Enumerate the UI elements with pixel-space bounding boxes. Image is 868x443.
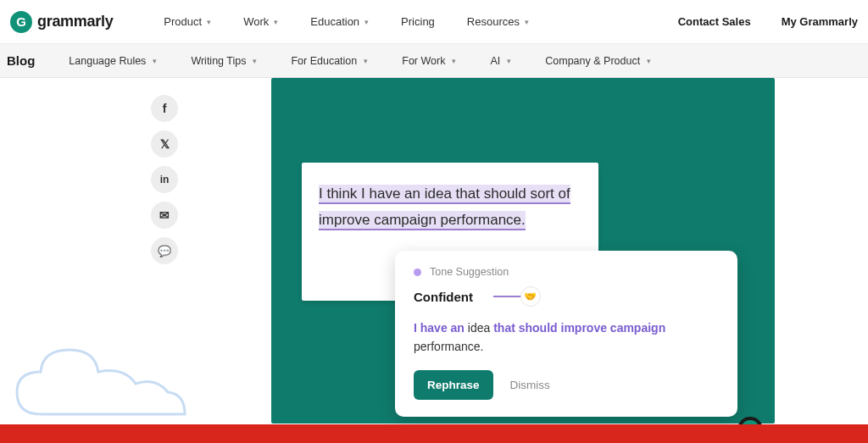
- subnav-for-education[interactable]: For Education▾: [291, 55, 368, 67]
- suggestion-actions: Rephrase Dismiss: [414, 370, 719, 400]
- nav-education[interactable]: Education▾: [310, 15, 369, 28]
- logo-text: grammarly: [37, 13, 113, 30]
- hero-card: I think I have an idea that should sort …: [271, 78, 775, 424]
- badge-line: [493, 296, 522, 297]
- subnav-ai[interactable]: AI▾: [490, 55, 511, 67]
- chevron-down-icon: ▾: [253, 57, 257, 65]
- suggestion-card: Tone Suggestion Confident 🤝 I have an id…: [395, 251, 737, 417]
- linkedin-icon[interactable]: in: [151, 166, 178, 193]
- subnav-company-product[interactable]: Company & Product▾: [545, 55, 651, 67]
- subnav-writing-tips[interactable]: Writing Tips▾: [191, 55, 257, 67]
- suggestion-title-row: Confident 🤝: [414, 286, 719, 307]
- cloud-illustration: [7, 329, 193, 431]
- subnav-for-work[interactable]: For Work▾: [402, 55, 456, 67]
- chevron-down-icon: ▾: [274, 18, 278, 26]
- suggestion-badge: 🤝: [493, 286, 541, 307]
- chevron-down-icon: ▾: [364, 57, 368, 65]
- x-icon[interactable]: 𝕏: [151, 130, 178, 158]
- nav-right: Contact Sales My Grammarly: [678, 15, 858, 28]
- chevron-down-icon: ▾: [647, 57, 651, 65]
- nav-pricing[interactable]: Pricing: [401, 15, 435, 28]
- subnav-language-rules[interactable]: Language Rules▾: [69, 55, 157, 67]
- footer-band: [0, 424, 868, 443]
- suggestion-title: Confident: [414, 290, 473, 304]
- contact-sales-link[interactable]: Contact Sales: [678, 15, 751, 28]
- handshake-icon: 🤝: [520, 286, 541, 307]
- nav-product[interactable]: Product▾: [164, 15, 211, 28]
- chevron-down-icon: ▾: [452, 57, 456, 65]
- tone-dot-icon: [414, 269, 421, 276]
- sub-nav: Blog Language Rules▾ Writing Tips▾ For E…: [0, 44, 868, 78]
- logo[interactable]: G grammarly: [10, 11, 113, 33]
- blog-heading: Blog: [7, 53, 35, 68]
- chevron-down-icon: ▾: [507, 57, 511, 65]
- chevron-down-icon: ▾: [153, 57, 157, 65]
- dismiss-button[interactable]: Dismiss: [510, 379, 550, 391]
- share-rail: f 𝕏 in ✉ 💬: [151, 95, 178, 264]
- facebook-icon[interactable]: f: [151, 95, 178, 122]
- nav-work[interactable]: Work▾: [243, 15, 278, 28]
- nav-resources[interactable]: Resources▾: [467, 15, 529, 28]
- rephrase-button[interactable]: Rephrase: [414, 370, 493, 400]
- chevron-down-icon: ▾: [525, 18, 529, 26]
- suggestion-type: Tone Suggestion: [414, 266, 719, 278]
- nav-items: Product▾ Work▾ Education▾ Pricing Resour…: [164, 15, 529, 28]
- chevron-down-icon: ▾: [207, 18, 211, 26]
- my-grammarly-link[interactable]: My Grammarly: [782, 15, 858, 28]
- main-content: f 𝕏 in ✉ 💬 I think I have an idea that s…: [0, 78, 868, 443]
- suggestion-rewrite: I have an idea that should improve campa…: [414, 318, 719, 357]
- logo-icon: G: [10, 11, 32, 33]
- snippet-text: I think I have an idea that should sort …: [319, 181, 581, 233]
- chevron-down-icon: ▾: [364, 18, 369, 26]
- email-icon[interactable]: ✉: [151, 202, 178, 229]
- top-nav: G grammarly Product▾ Work▾ Education▾ Pr…: [0, 0, 868, 44]
- messenger-icon[interactable]: 💬: [151, 237, 178, 264]
